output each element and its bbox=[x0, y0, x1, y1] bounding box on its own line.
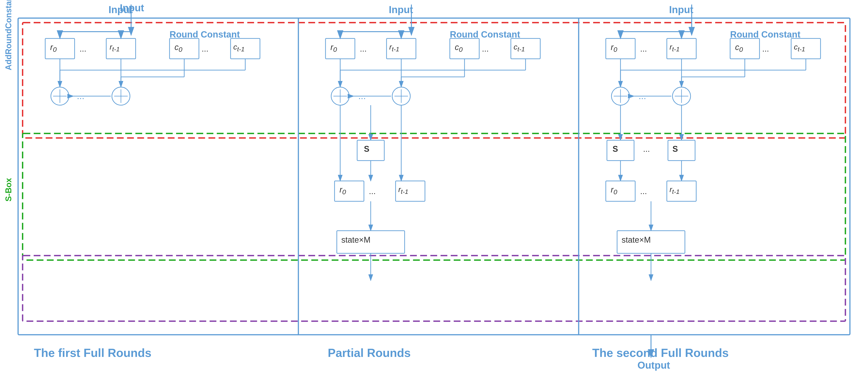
s-box-dots-s3: ... bbox=[643, 144, 650, 154]
c0-s1: c0 bbox=[175, 42, 182, 53]
dots-r-s1: ... bbox=[80, 44, 86, 54]
dots-r-s3: ... bbox=[640, 44, 647, 54]
rt1-s3: rt-1 bbox=[670, 42, 680, 53]
rt1-s2: rt-1 bbox=[389, 42, 399, 53]
second-full-label: The second Full Rounds bbox=[592, 346, 729, 359]
statem-s3: state×M bbox=[622, 235, 651, 245]
main-container: Input Round Constant Round Constant Roun… bbox=[0, 0, 868, 375]
dots-r-bot-s3: ... bbox=[640, 186, 647, 196]
svg-rect-37 bbox=[450, 38, 479, 59]
partial-label: Partial Rounds bbox=[328, 346, 411, 359]
oplus-dots-s1: ... bbox=[77, 91, 84, 101]
round-constant-label-3: Round Constant bbox=[730, 29, 800, 39]
svg-rect-97 bbox=[668, 140, 695, 161]
round-constant-label: Round Constant bbox=[169, 29, 240, 39]
statem-s2: state×M bbox=[341, 235, 370, 245]
input-label-s3: Input bbox=[669, 4, 693, 16]
svg-rect-10 bbox=[45, 38, 74, 59]
diagram-svg bbox=[0, 0, 868, 375]
s-box-label-s3b: S bbox=[673, 144, 678, 154]
svg-rect-3 bbox=[18, 18, 850, 335]
round-constant-label-2: Round Constant bbox=[450, 29, 520, 39]
svg-rect-72 bbox=[730, 38, 760, 59]
output-label: Output bbox=[638, 359, 670, 371]
input-label-main: Input bbox=[108, 4, 133, 16]
s-box-label-s2: S bbox=[364, 144, 369, 154]
rt1-bot-s3: rt-1 bbox=[670, 185, 680, 195]
s-box-label-s3a: S bbox=[613, 144, 618, 154]
rt1-s1: rt-1 bbox=[110, 42, 120, 53]
dots-c-s2: ... bbox=[482, 44, 489, 54]
oplus-dots-s3: ... bbox=[639, 91, 646, 101]
dots-r-s2: ... bbox=[360, 44, 367, 54]
c0-s2: c0 bbox=[455, 42, 463, 53]
svg-rect-62 bbox=[335, 181, 364, 201]
dots-c-s1: ... bbox=[202, 44, 209, 54]
svg-rect-96 bbox=[607, 140, 634, 161]
add-round-label: AddRoundConstants bbox=[4, 0, 13, 70]
r0-bot-s3: r0 bbox=[611, 185, 617, 196]
svg-rect-100 bbox=[606, 181, 635, 201]
r0-bot-s2: r0 bbox=[340, 185, 346, 196]
sbox-label: S-Box bbox=[4, 178, 13, 202]
svg-rect-60 bbox=[357, 140, 384, 161]
svg-rect-6 bbox=[23, 256, 845, 321]
r0-s1: r0 bbox=[50, 42, 57, 53]
svg-rect-35 bbox=[326, 38, 355, 59]
dots-c-s3: ... bbox=[762, 44, 769, 54]
dots-r-bot-s2: ... bbox=[369, 186, 376, 196]
c0-s3: c0 bbox=[735, 42, 743, 53]
svg-rect-70 bbox=[606, 38, 635, 59]
ct1-s2: ct-1 bbox=[514, 42, 525, 53]
ct1-s3: ct-1 bbox=[794, 42, 805, 53]
ct1-s1: ct-1 bbox=[233, 42, 245, 53]
first-full-label: The first Full Rounds bbox=[34, 346, 151, 359]
r0-s3: r0 bbox=[611, 42, 617, 53]
oplus-dots-s2: ... bbox=[358, 91, 366, 101]
r0-s2: r0 bbox=[331, 42, 337, 53]
input-label-s2: Input bbox=[389, 4, 413, 16]
svg-rect-4 bbox=[23, 23, 845, 138]
rt1-bot-s2: rt-1 bbox=[398, 185, 408, 195]
svg-rect-12 bbox=[169, 38, 199, 59]
svg-rect-5 bbox=[23, 134, 845, 260]
